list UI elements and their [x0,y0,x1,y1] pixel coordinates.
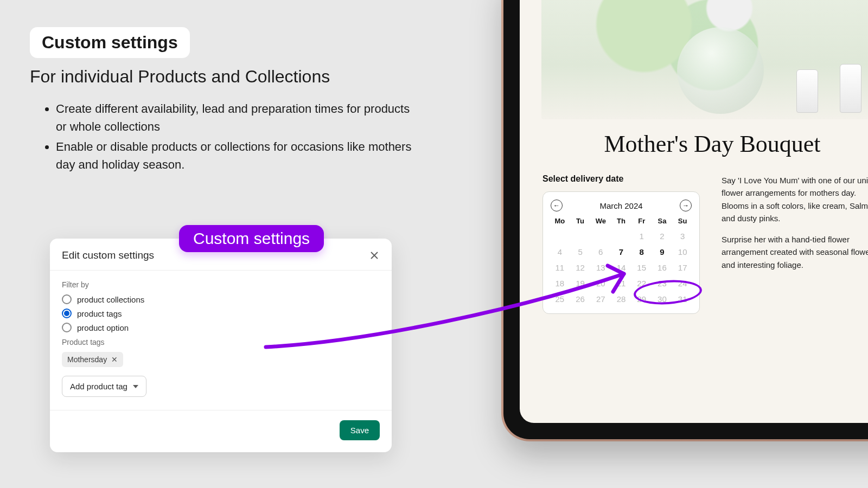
filter-by-label: Filter by [62,280,380,289]
close-icon[interactable] [369,250,380,261]
remove-tag-icon[interactable]: ✕ [111,355,118,364]
calendar-day[interactable]: 28 [612,294,630,304]
product-tags-label: Product tags [62,338,380,346]
radio-label: product tags [77,309,122,318]
radio-label: product collections [77,295,144,304]
modal-title: Edit custom settings [62,249,154,261]
page-subtitle: For individual Products and Collections [30,67,420,87]
filter-option-tags[interactable]: product tags [62,309,380,318]
calendar-day[interactable]: 21 [612,279,630,288]
calendar-day[interactable]: 26 [571,294,590,304]
list-item: Create different availability, lead and … [56,100,420,136]
calendar-day[interactable]: 15 [633,263,651,272]
radio-icon [62,309,72,318]
radio-icon [62,294,72,304]
calendar-dow: Sa [653,217,672,225]
calendar-day[interactable]: 11 [551,263,569,272]
calendar-prev-icon[interactable]: ← [551,200,563,211]
calendar-day[interactable]: 7 [612,247,630,256]
tag-chip[interactable]: Mothersday ✕ [62,352,123,367]
calendar-day[interactable]: 3 [673,232,692,241]
select-delivery-date-label: Select delivery date [542,174,700,184]
tag-text: Mothersday [67,355,107,364]
calendar-day[interactable]: 5 [571,247,590,256]
page-title-badge: Custom settings [30,27,190,58]
calendar-month-label: March 2024 [599,201,642,210]
calendar-dow: Tu [571,217,590,225]
calendar-day[interactable]: 29 [633,294,651,304]
add-tag-label: Add product tag [70,382,127,391]
calendar-day[interactable]: 1 [633,232,651,241]
calendar-dow: Th [612,217,630,225]
product-description: Say 'I Love You Mum' with one of our uni… [722,174,868,314]
calendar-dow: We [591,217,610,225]
calendar-day[interactable]: 16 [653,263,672,272]
tablet-device: Mother's Day Bouquet Select delivery dat… [503,0,868,439]
calendar-day[interactable]: 25 [551,294,569,304]
calendar-day[interactable]: 19 [571,279,590,288]
calendar-day[interactable]: 2 [653,232,672,241]
delivery-date-calendar[interactable]: ← March 2024 → MoTuWeThFrSaSu12345678910… [542,191,700,314]
calendar-dow: Mo [551,217,569,225]
calendar-day[interactable]: 6 [591,247,610,256]
radio-label: product option [77,323,129,332]
calendar-day[interactable]: 22 [633,279,651,288]
product-title: Mother's Day Bouquet [520,130,868,158]
feature-bullets: Create different availability, lead and … [56,100,420,174]
edit-custom-settings-modal: Edit custom settings Filter by product c… [50,239,392,452]
calendar-day[interactable]: 24 [673,279,692,288]
add-product-tag-button[interactable]: Add product tag [62,376,146,397]
calendar-day[interactable]: 12 [571,263,590,272]
calendar-day[interactable]: 27 [591,294,610,304]
calendar-day [591,232,610,241]
calendar-day [551,232,569,241]
filter-option-product-option[interactable]: product option [62,323,380,332]
calendar-day[interactable]: 23 [653,279,672,288]
calendar-day[interactable]: 14 [612,263,630,272]
filter-option-collections[interactable]: product collections [62,294,380,304]
tablet-screen: Mother's Day Bouquet Select delivery dat… [520,0,868,423]
calendar-next-icon[interactable]: → [680,200,692,211]
description-paragraph: Say 'I Love You Mum' with one of our uni… [722,174,868,224]
calendar-day[interactable]: 17 [673,263,692,272]
calendar-day[interactable]: 10 [673,247,692,256]
save-button[interactable]: Save [340,420,380,440]
calendar-day [612,232,630,241]
list-item: Enable or disable products or collection… [56,138,420,174]
calendar-day[interactable]: 9 [653,247,672,256]
product-image [541,0,868,119]
radio-icon [62,323,72,332]
callout-pill: Custom settings [179,225,324,252]
calendar-dow: Fr [633,217,651,225]
calendar-day[interactable]: 18 [551,279,569,288]
calendar-day[interactable]: 13 [591,263,610,272]
calendar-dow: Su [673,217,692,225]
calendar-day[interactable]: 4 [551,247,569,256]
description-paragraph: Surprise her with a hand-tied flower arr… [722,233,868,271]
calendar-day [571,232,590,241]
calendar-day[interactable]: 30 [653,294,672,304]
calendar-day[interactable]: 31 [673,294,692,304]
calendar-day[interactable]: 20 [591,279,610,288]
chevron-down-icon [133,385,138,388]
calendar-day[interactable]: 8 [633,247,651,256]
